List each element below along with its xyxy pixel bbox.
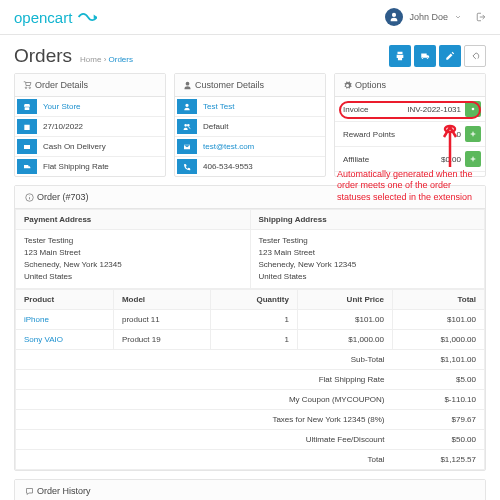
table-row: iPhone product 11 1 $101.00 $101.00 xyxy=(16,310,485,330)
options-panel: Options InvoiceINV-2022-1031 Reward Poin… xyxy=(334,73,486,177)
gear-icon xyxy=(343,81,352,90)
shipping-icon xyxy=(17,159,37,174)
add-reward-button[interactable] xyxy=(465,126,481,142)
comment-icon xyxy=(25,487,34,496)
customer-details-panel: Customer Details Test Test Default test@… xyxy=(174,73,326,177)
logo-mark-icon xyxy=(77,11,97,23)
order-date: 27/10/2022 xyxy=(37,117,165,136)
shipping-address: Tester Testing123 Main StreetSchenedy, N… xyxy=(250,230,485,289)
invoice-row: InvoiceINV-2022-1031 xyxy=(335,97,485,122)
person-icon xyxy=(389,12,399,22)
brand-text: opencart xyxy=(14,9,72,26)
email-icon xyxy=(177,139,197,154)
add-affiliate-button[interactable] xyxy=(465,151,481,167)
payment-method: Cash On Delivery xyxy=(37,137,165,156)
chevron-down-icon[interactable] xyxy=(454,13,462,21)
print-shipping-button[interactable] xyxy=(414,45,436,67)
phone-icon xyxy=(177,159,197,174)
payment-address-header: Payment Address xyxy=(16,210,251,230)
store-link[interactable]: Your Store xyxy=(43,102,81,111)
customer-phone: 406-534-9553 xyxy=(197,157,325,176)
user-name: John Doe xyxy=(409,12,448,22)
payment-address: Tester Testing123 Main StreetSchenedy, N… xyxy=(16,230,251,289)
store-icon xyxy=(17,99,37,114)
shipping-address-header: Shipping Address xyxy=(250,210,485,230)
order-panel: Order (#703) Payment AddressShipping Add… xyxy=(14,185,486,471)
reward-row: Reward Points0 xyxy=(335,122,485,147)
order-history-panel: Order History xyxy=(14,479,486,500)
customer-group: Default xyxy=(197,117,325,136)
invoice-number: INV-2022-1031 xyxy=(407,105,465,114)
generate-invoice-button[interactable] xyxy=(465,101,481,117)
product-link[interactable]: iPhone xyxy=(24,315,49,324)
info-icon xyxy=(25,193,34,202)
email-link[interactable]: test@test.com xyxy=(203,142,254,151)
person-icon xyxy=(177,99,197,114)
brand-logo[interactable]: opencart xyxy=(14,9,97,26)
logout-icon[interactable] xyxy=(476,12,486,22)
user-avatar[interactable] xyxy=(385,8,403,26)
calendar-icon xyxy=(17,119,37,134)
product-link[interactable]: Sony VAIO xyxy=(24,335,63,344)
payment-icon xyxy=(17,139,37,154)
group-icon xyxy=(177,119,197,134)
affiliate-row: Affiliate$0.00 xyxy=(335,147,485,172)
back-button[interactable] xyxy=(464,45,486,67)
shipping-method: Flat Shipping Rate xyxy=(37,157,165,176)
page-title: Orders xyxy=(14,45,72,67)
breadcrumb: Home › Orders xyxy=(80,55,133,64)
edit-button[interactable] xyxy=(439,45,461,67)
cart-icon xyxy=(23,81,32,90)
person-icon xyxy=(183,81,192,90)
print-invoice-button[interactable] xyxy=(389,45,411,67)
table-row: Sony VAIO Product 19 1 $1,000.00 $1,000.… xyxy=(16,330,485,350)
customer-link[interactable]: Test Test xyxy=(203,102,234,111)
order-details-panel: Order Details Your Store 27/10/2022 Cash… xyxy=(14,73,166,177)
